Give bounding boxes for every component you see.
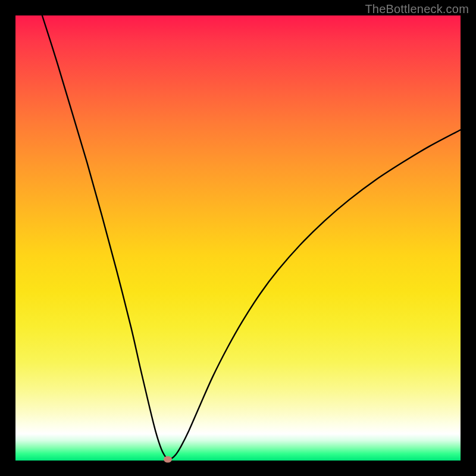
bottleneck-curve bbox=[15, 15, 461, 461]
chart-frame: TheBottleneck.com bbox=[0, 0, 476, 476]
watermark-text: TheBottleneck.com bbox=[365, 2, 469, 16]
plot-area bbox=[15, 15, 461, 461]
minimum-marker bbox=[164, 456, 172, 462]
